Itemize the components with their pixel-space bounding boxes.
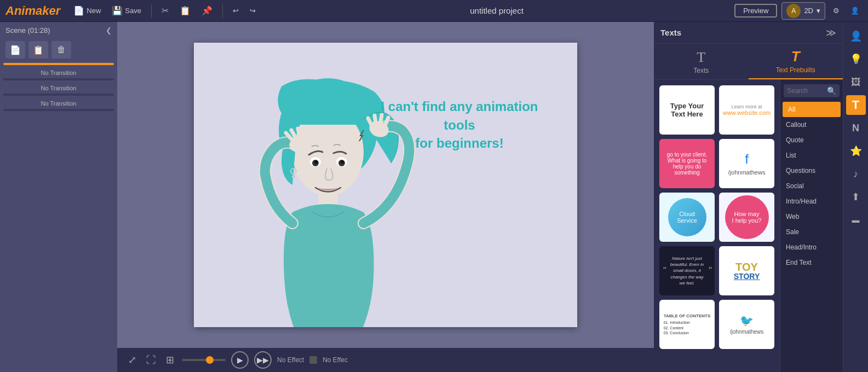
main-area: Scene (01:28) ❮ 📄 📋 🗑 I can't find my an… <box>0 22 868 372</box>
svg-point-40 <box>292 175 295 178</box>
scene-item-4[interactable] <box>3 109 114 111</box>
category-quote[interactable]: Quote <box>780 132 843 148</box>
search-icon: 🔍 <box>827 86 836 95</box>
new-button[interactable]: 📄 New <box>70 4 104 17</box>
redo-icon: ↪ <box>250 7 256 15</box>
copy-icon: 📋 <box>180 5 191 16</box>
text-card-twitter[interactable]: 🐦 /johnmathews <box>719 300 774 349</box>
paste-button[interactable]: 📌 <box>198 4 216 17</box>
sep1 <box>151 4 152 18</box>
sep2 <box>222 4 223 18</box>
mode-select[interactable]: A 2D ▾ <box>781 2 825 20</box>
cut-icon: ✂ <box>162 5 169 16</box>
text-card-toystory[interactable]: TOY STORY <box>719 246 774 295</box>
star-button[interactable]: ⭐ <box>846 141 866 161</box>
texts-expand-icon[interactable]: ≫ <box>826 27 836 39</box>
category-callout[interactable]: Callout <box>780 117 843 132</box>
settings-button[interactable]: ⚙ <box>830 5 843 16</box>
texts-panel: Texts ≫ T Texts T Text Prebuilts Type Yo… <box>654 22 843 372</box>
collapse-icon[interactable]: ❮ <box>106 26 112 34</box>
category-social[interactable]: Social <box>780 178 843 194</box>
text-card-cloud[interactable]: CloudService <box>659 193 715 242</box>
texts-grid: Type YourText Here Learn more at www.web… <box>654 80 780 372</box>
icon-panel: 👤 💡 🖼 T N ⭐ ♪ ⬆ ▬ <box>843 22 868 372</box>
category-all[interactable]: All <box>783 102 841 117</box>
canvas[interactable]: I can't find any animation tools for beg… <box>194 43 577 327</box>
scene-2-transition: No Transition <box>3 83 114 94</box>
upload-button[interactable]: ⬆ <box>846 187 866 207</box>
chevron-down-icon: ▾ <box>817 7 820 15</box>
category-list[interactable]: List <box>780 148 843 163</box>
text-card-quote[interactable]: " Nature isn't just beautiful. Even in s… <box>659 246 715 295</box>
new-scene-button[interactable]: 📄 <box>5 41 25 59</box>
redo-button[interactable]: ↪ <box>246 5 259 16</box>
preview-button[interactable]: Preview <box>734 4 777 18</box>
play2-button[interactable]: ▶▶ <box>254 351 272 369</box>
effect-dot-1[interactable] <box>309 356 317 364</box>
category-headintro[interactable]: Head/Intro <box>780 240 843 255</box>
scene-4-wrapper <box>0 109 117 113</box>
toolbar: Animaker 📄 New 💾 Save ✂ 📋 📌 ↩ ↪ untitled… <box>0 0 868 22</box>
tab-text-prebuilts[interactable]: T Text Prebuilts <box>749 44 843 79</box>
scene-3-wrapper: elaborate a bit more 3 No Transition <box>0 94 117 109</box>
scenes-title: Scene (01:28) <box>5 26 50 34</box>
bg-icon: ▬ <box>852 216 860 224</box>
search-input[interactable] <box>787 87 825 95</box>
svg-line-26 <box>298 129 300 136</box>
play-button[interactable]: ▶ <box>231 351 249 369</box>
texts-tabs: T Texts T Text Prebuilts <box>654 44 843 80</box>
lightbulb-button[interactable]: 💡 <box>846 49 866 69</box>
svg-point-35 <box>314 160 318 164</box>
text-card-helpme[interactable]: How mayI help you? <box>719 193 774 242</box>
copy-button[interactable]: 📋 <box>176 4 194 17</box>
scene-1-wrapper: I can't find my animation toolsfor begin… <box>0 63 117 78</box>
scene-1-transition: No Transition <box>3 67 114 78</box>
search-box: 🔍 <box>784 84 840 97</box>
prebuilts-tab-icon: T <box>791 48 800 65</box>
user-button[interactable]: 👤 <box>847 5 863 16</box>
fullscreen-button[interactable]: ⛶ <box>144 353 158 367</box>
gear-icon: ⚙ <box>833 7 840 15</box>
scene-item-3[interactable]: elaborate a bit more 3 <box>3 94 114 96</box>
grid-button[interactable]: ⊞ <box>164 353 176 367</box>
cut-button[interactable]: ✂ <box>158 4 172 17</box>
undo-button[interactable]: ↩ <box>229 5 242 16</box>
texts-tab-icon: T <box>697 49 705 66</box>
copy-scene-button[interactable]: 📋 <box>28 41 48 59</box>
text-icon: T <box>852 98 859 112</box>
text-card-facebook[interactable]: f /johnmathews <box>719 139 774 188</box>
text-card-plain[interactable]: Type YourText Here <box>659 85 715 135</box>
profile-button[interactable]: 👤 <box>846 26 866 46</box>
category-introh[interactable]: Intro/Head <box>780 194 843 209</box>
avatar: A <box>786 4 801 18</box>
profile-icon: 👤 <box>850 30 862 42</box>
text-card-website[interactable]: Learn more at www.website.com <box>719 85 774 135</box>
scene-item-2[interactable]: Tell how the problem isruining their bus… <box>3 78 114 80</box>
music-button[interactable]: ♪ <box>846 164 866 184</box>
canvas-wrapper: I can't find any animation tools for beg… <box>117 22 654 348</box>
tab-texts[interactable]: T Texts <box>654 44 749 79</box>
category-questions[interactable]: Questions <box>780 163 843 178</box>
canvas-text: I can't find any animation tools for beg… <box>369 97 550 153</box>
scene-3-transition: No Transition <box>3 98 114 109</box>
category-sale[interactable]: Sale <box>780 224 843 240</box>
bg-button[interactable]: ▬ <box>846 210 866 230</box>
fit-button[interactable]: ⤢ <box>126 353 139 367</box>
save-icon: 💾 <box>112 5 123 16</box>
save-button[interactable]: 💾 Save <box>108 4 145 17</box>
text-card-toc[interactable]: TABLE OF CONTENTS 01. Introduction 02. C… <box>659 300 715 349</box>
image-button[interactable]: 🖼 <box>846 72 866 92</box>
n-button[interactable]: N <box>846 118 866 138</box>
canvas-controls: ⤢ ⛶ ⊞ ▶ ▶▶ No Effect No Effec <box>117 348 654 372</box>
svg-point-38 <box>341 160 344 164</box>
text-card-callout[interactable]: go to your client.What is going tohelp y… <box>659 139 715 188</box>
delete-scene-button[interactable]: 🗑 <box>51 41 71 59</box>
zoom-slider[interactable] <box>182 359 226 361</box>
text-button[interactable]: T <box>846 95 866 115</box>
category-endtext[interactable]: End Text <box>780 255 843 270</box>
texts-categories: 🔍 All Callout Quote List Questions Socia… <box>780 80 843 372</box>
plain-text: Type YourText Here <box>667 98 707 121</box>
category-web[interactable]: Web <box>780 209 843 224</box>
scenes-tools: 📄 📋 🗑 <box>0 39 117 63</box>
scene-item-1[interactable]: I can't find my animation toolsfor begin… <box>3 63 114 65</box>
